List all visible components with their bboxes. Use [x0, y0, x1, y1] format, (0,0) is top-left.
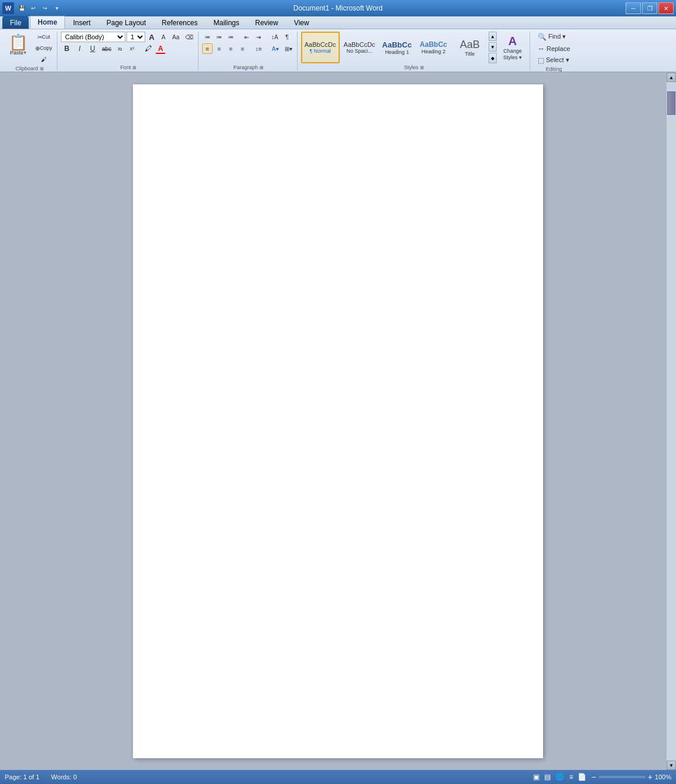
ribbon-tabs: File Home Insert Page Layout References … [0, 16, 676, 29]
editing-group-label: Editing [534, 66, 574, 72]
copy-button[interactable]: ⊕ Copy [33, 43, 54, 53]
line-spacing-button[interactable]: ↕≡ [253, 43, 264, 54]
decrease-indent-button[interactable]: ⇤ [241, 32, 252, 42]
styles-scroll-up[interactable]: ▲ [489, 32, 497, 41]
close-btn[interactable]: ✕ [658, 2, 674, 14]
cut-button[interactable]: ✂ Cut [33, 32, 54, 42]
qa-menu-btn[interactable]: ▾ [52, 3, 62, 13]
bold-button[interactable]: B [61, 43, 73, 54]
zoom-level: 100% [655, 773, 671, 780]
borders-button[interactable]: ⊞▾ [282, 43, 295, 54]
web-layout-btn[interactable]: 🌐 [555, 773, 564, 781]
scrollbar-arrow-up[interactable]: ▲ [667, 73, 676, 82]
format-painter-button[interactable]: 🖌 [33, 54, 54, 64]
style-normal-label: ¶ Normal [309, 48, 330, 54]
document-area[interactable]: ▲ ▼ [0, 73, 676, 770]
font-size-selector[interactable]: 11 [127, 32, 145, 42]
tab-view[interactable]: View [286, 16, 317, 29]
draft-btn[interactable]: 📄 [578, 773, 586, 781]
tab-insert[interactable]: Insert [66, 16, 98, 29]
tab-references[interactable]: References [154, 16, 205, 29]
style-title-label: Title [465, 51, 475, 57]
window-controls: ─ ❐ ✕ [626, 2, 674, 14]
styles-group: AaBbCcDc ¶ Normal AaBbCcDc No Spaci... A… [299, 32, 530, 70]
status-right: ▣ ▤ 🌐 ≡ 📄 − + 100% [533, 772, 671, 782]
scrollbar-arrow-down[interactable]: ▼ [667, 761, 676, 770]
tab-review[interactable]: Review [247, 16, 285, 29]
grow-font-button[interactable]: A [146, 32, 157, 42]
change-case-button[interactable]: Aa [170, 32, 182, 42]
document-page[interactable] [133, 84, 543, 758]
quick-access-toolbar: 💾 ↩ ↪ ▾ [16, 3, 62, 13]
tab-page-layout[interactable]: Page Layout [99, 16, 153, 29]
print-layout-btn[interactable]: ▣ [533, 773, 540, 781]
sort-button[interactable]: ↕A [269, 32, 281, 42]
subscript-button[interactable]: x₂ [115, 43, 125, 54]
undo-qa-btn[interactable]: ↩ [28, 3, 39, 13]
font-name-selector[interactable]: Calibri (Body) [61, 32, 125, 42]
style-h1-label: Heading 1 [385, 49, 409, 55]
shading-button[interactable]: A▾ [269, 43, 281, 54]
multilevel-button[interactable]: ≔ [226, 32, 236, 42]
save-qa-btn[interactable]: 💾 [16, 3, 27, 13]
paste-button[interactable]: 📋 Paste ▾ [5, 32, 32, 59]
clipboard-sub-buttons: ✂ Cut ⊕ Copy 🖌 [33, 32, 54, 64]
find-button[interactable]: 🔍 Find ▾ [534, 32, 570, 42]
title-bar: W 💾 ↩ ↪ ▾ Document1 - Microsoft Word ─ ❐… [0, 0, 676, 16]
font-row-1: Calibri (Body) 11 A A Aa ⌫ [61, 32, 196, 42]
style-h1-preview: AaBbCc [382, 40, 412, 49]
paste-icon: 📋 [9, 35, 28, 50]
justify-button[interactable]: ≡ [237, 43, 248, 54]
style-normal[interactable]: AaBbCcDc ¶ Normal [301, 32, 340, 63]
style-no-spacing[interactable]: AaBbCcDc No Spaci... [341, 32, 378, 63]
bullets-button[interactable]: ≔ [202, 32, 213, 42]
page-info: Page: 1 of 1 [5, 773, 39, 780]
paragraph-group: ≔ ≔ ≔ ⇤ ⇥ ↕A ¶ ≡ ≡ ≡ ≡ ↕≡ A▾ ⊞▾ [200, 32, 298, 70]
style-heading2[interactable]: AaBbCc Heading 2 [416, 32, 451, 63]
show-hide-button[interactable]: ¶ [282, 32, 292, 42]
align-left-button[interactable]: ≡ [202, 43, 213, 54]
word-count: Words: 0 [51, 773, 77, 780]
numbering-button[interactable]: ≔ [214, 32, 224, 42]
increase-indent-button[interactable]: ⇥ [253, 32, 264, 42]
styles-scroll: ▲ ▼ ◆ [489, 32, 497, 63]
align-right-button[interactable]: ≡ [226, 43, 236, 54]
zoom-plus-btn[interactable]: + [648, 772, 653, 782]
tab-mailings[interactable]: Mailings [206, 16, 247, 29]
full-reading-btn[interactable]: ▤ [544, 773, 551, 781]
style-title[interactable]: AaB Title [452, 32, 487, 63]
align-center-button[interactable]: ≡ [214, 43, 224, 54]
select-icon: ⬚ [538, 56, 544, 64]
underline-button[interactable]: U [87, 43, 98, 54]
text-color-button[interactable]: A [155, 43, 166, 54]
status-bar: Page: 1 of 1 Words: 0 ▣ ▤ 🌐 ≡ 📄 − + 100% [0, 770, 676, 784]
font-group-label: Font ⊞ [61, 64, 196, 70]
tab-file[interactable]: File [2, 16, 29, 29]
strikethrough-button[interactable]: abc [100, 43, 114, 54]
find-icon: 🔍 [538, 33, 547, 41]
styles-expand[interactable]: ◆ [489, 53, 497, 63]
clear-formatting-button[interactable]: ⌫ [183, 32, 196, 42]
change-styles-button[interactable]: A ChangeStyles ▾ [498, 32, 527, 63]
shrink-font-button[interactable]: A [158, 32, 169, 42]
styles-scroll-down[interactable]: ▼ [489, 42, 497, 52]
zoom-slider[interactable] [599, 776, 646, 778]
scrollbar-thumb[interactable] [667, 91, 675, 115]
restore-btn[interactable]: ❐ [642, 2, 657, 14]
minimize-btn[interactable]: ─ [626, 2, 641, 14]
text-highlight-button[interactable]: 🖍 [142, 43, 154, 54]
replace-button[interactable]: ↔ Replace [534, 43, 574, 53]
redo-qa-btn[interactable]: ↪ [40, 3, 50, 13]
editing-group: 🔍 Find ▾ ↔ Replace ⬚ Select ▾ Editing [531, 32, 576, 70]
italic-button[interactable]: I [74, 43, 86, 54]
zoom-minus-btn[interactable]: − [591, 772, 596, 782]
paragraph-row-2: ≡ ≡ ≡ ≡ ↕≡ A▾ ⊞▾ [202, 43, 295, 54]
ribbon: 📋 Paste ▾ ✂ Cut ⊕ Copy 🖌 Clipboard ⊞ Cal… [0, 29, 676, 73]
superscript-button[interactable]: x² [127, 43, 137, 54]
select-button[interactable]: ⬚ Select ▾ [534, 55, 573, 65]
style-h2-preview: AaBbCc [420, 40, 448, 49]
outline-btn[interactable]: ≡ [569, 773, 573, 781]
tab-home[interactable]: Home [30, 16, 64, 29]
style-heading1[interactable]: AaBbCc Heading 1 [379, 32, 415, 63]
vertical-scrollbar[interactable]: ▲ ▼ [667, 73, 676, 770]
